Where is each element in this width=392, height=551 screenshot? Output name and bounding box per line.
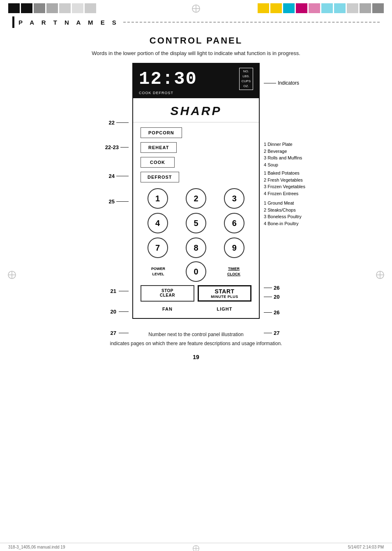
part-names-section: P A R T N A M E S [0, 16, 392, 28]
popcorn-button[interactable]: POPCORN [141, 127, 182, 138]
diagram-container: 22 22-23 24 25 21 [0, 63, 392, 319]
defrost-item-2: 2 Steaks/Chops [264, 207, 302, 214]
ann-number-20: 20 [111, 309, 116, 315]
ann-line [264, 312, 272, 313]
ann-number-2223: 22-23 [105, 144, 119, 150]
bar-block [8, 3, 20, 13]
ann-line [264, 333, 272, 333]
reheat-row: REHEAT [141, 142, 251, 153]
cook-items: 1 Baked Potatoes 2 Fresh Vegetables 3 Fr… [264, 170, 305, 197]
indicators-label: Indicators [278, 80, 299, 86]
sharp-logo: SHARP [170, 104, 221, 118]
bar-block [72, 3, 83, 13]
button-6[interactable]: 6 [224, 213, 244, 233]
bar-block [372, 3, 384, 13]
ann-number-22: 22 [109, 120, 115, 126]
defrost-item-4: 4 Bone-in Poultry [264, 220, 302, 227]
ann-start: 26 [264, 309, 279, 316]
ann-number-25: 25 [109, 198, 115, 205]
bottom-bar-right: 5/14/07 2:14:03 PM [348, 545, 384, 549]
ann-line [264, 83, 276, 83]
logo-area: SHARP [133, 98, 259, 122]
reheat-item-3: 3 Rolls and Muffins [264, 154, 302, 161]
ann-line [119, 291, 129, 291]
cook-item-3: 3 Frozen Vegetables [264, 183, 305, 190]
defrost-item-1: 1 Ground Meat [264, 200, 302, 207]
time-display: 12:30 [139, 69, 197, 89]
button-7[interactable]: 7 [148, 237, 168, 258]
description-text: Words in the lower portion of the displa… [0, 50, 392, 56]
ann-line [119, 333, 129, 333]
footer-line2: indicates pages on which there are featu… [0, 339, 392, 348]
button-1[interactable]: 1 [148, 188, 168, 209]
bar-block [21, 3, 32, 13]
reheat-items: 1 Dinner Plate 2 Beverage 3 Rolls and Mu… [264, 141, 302, 168]
ann-stop-clear: 20 [69, 309, 130, 315]
ann-number-21: 21 [111, 288, 116, 294]
ann-line [116, 122, 129, 123]
buttons-area: POPCORN REHEAT COOK DEFROST 1 2 [133, 122, 259, 318]
cook-item-4: 4 Frozen Entrees [264, 190, 305, 197]
button-4[interactable]: 4 [148, 213, 168, 233]
bar-block [296, 3, 307, 13]
bar-block [321, 3, 333, 13]
ann-timer: 26 [264, 285, 279, 291]
page-number: 19 [0, 354, 392, 360]
reheat-item-1: 1 Dinner Plate [264, 141, 302, 148]
crosshair-left [7, 270, 16, 281]
defrost-button[interactable]: DEFROST [141, 172, 179, 182]
bar-block [334, 3, 346, 13]
bottom-row-1: POWERLEVEL 0 TIMERCLOCK [141, 261, 251, 282]
bottom-bar-left: 318-3_1405,06 manual.indd 19 [8, 545, 65, 549]
top-bar-left [8, 3, 96, 13]
ann-number-24: 24 [109, 173, 115, 179]
popcorn-row: POPCORN [141, 127, 251, 138]
bar-block [85, 3, 96, 13]
ann-line [116, 176, 129, 176]
indicator-oz: OZ. [242, 84, 251, 89]
power-level-label: POWERLEVEL [141, 266, 176, 277]
button-8[interactable]: 8 [186, 237, 206, 258]
section-divider [123, 22, 380, 23]
defrost-item-3: 3 Boneless Poultry [264, 213, 302, 220]
ann-number-26a: 26 [274, 285, 279, 291]
bar-block [283, 3, 295, 13]
ann-light: 27 [264, 330, 279, 336]
indicator-lbs: LBS. [242, 74, 251, 79]
crosshair-right [376, 270, 385, 281]
control-panel: 12:30 NO. LBS. CUPS OZ. COOK DEFROST SHA… [132, 63, 260, 319]
ann-number-27: 27 [111, 330, 116, 336]
section-bar [12, 16, 14, 28]
ann-number-20a: 20 [274, 294, 279, 300]
stop-clear-button[interactable]: STOPCLEAR [141, 285, 194, 302]
bar-block [59, 3, 71, 13]
action-row: STOPCLEAR START MINUTE PLUS [141, 285, 251, 302]
timer-clock-label: TIMERCLOCK [216, 266, 251, 277]
minute-plus-label: MINUTE PLUS [202, 295, 247, 299]
defrost-items: 1 Ground Meat 2 Steaks/Chops 3 Boneless … [264, 200, 302, 227]
ann-indicators: Indicators [264, 80, 299, 86]
cook-button[interactable]: COOK [141, 157, 175, 168]
button-9[interactable]: 9 [224, 237, 244, 258]
start-button[interactable]: START MINUTE PLUS [198, 285, 251, 302]
reheat-button[interactable]: REHEAT [141, 142, 177, 153]
bottom-bar: 318-3_1405,06 manual.indd 19 5/14/07 2:1… [0, 543, 392, 551]
footer-section: Number next to the control panel illustr… [0, 330, 392, 360]
panel-area: 22 22-23 24 25 21 [132, 63, 260, 319]
ann-line [119, 311, 129, 312]
cook-row: COOK [141, 157, 251, 168]
ann-power-level: 21 [69, 288, 130, 294]
cook-defrost-label: COOK DEFROST [139, 91, 253, 95]
button-2[interactable]: 2 [186, 188, 206, 209]
ann-line [120, 147, 129, 148]
bar-block [309, 3, 320, 13]
button-0[interactable]: 0 [186, 261, 206, 282]
section-title: P A R T N A M E S [18, 19, 119, 26]
button-5[interactable]: 5 [186, 213, 206, 233]
ann-cook: 24 [69, 173, 130, 179]
fan-label: FAN [141, 305, 194, 313]
bar-block [46, 3, 58, 13]
reheat-item-4: 4 Soup [264, 161, 302, 168]
button-3[interactable]: 3 [224, 188, 244, 209]
reheat-item-2: 2 Beverage [264, 148, 302, 155]
